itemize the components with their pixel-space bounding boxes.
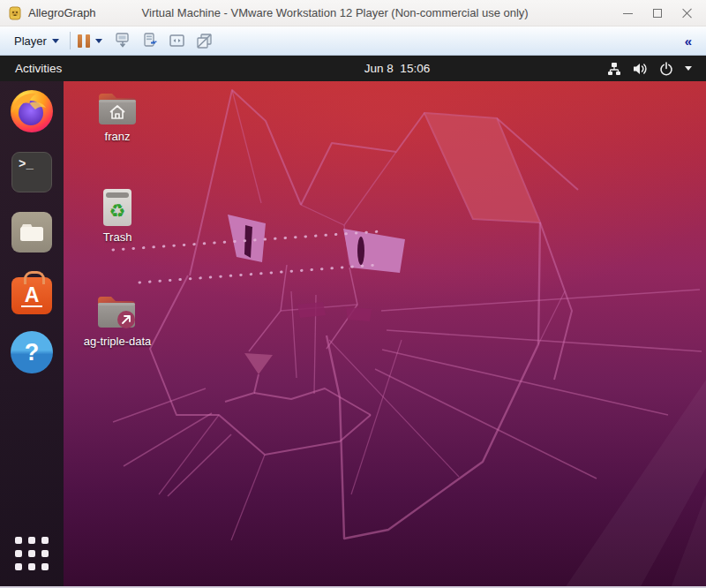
close-icon <box>682 8 693 19</box>
ctrl-alt-del-icon <box>114 32 131 49</box>
volume-icon <box>633 62 648 76</box>
close-button[interactable] <box>672 0 702 26</box>
allegrograph-logo-icon <box>8 6 22 20</box>
desktop-icon-trash[interactable]: ♻ Trash <box>73 187 161 244</box>
suspend-pause-icon <box>78 34 90 48</box>
dock-item-terminal[interactable]: >_ <box>11 152 52 192</box>
folder-glyph-icon <box>19 222 44 242</box>
desktop-icon-franz[interactable]: franz <box>73 88 161 143</box>
desktop-icon-label: ag-triple-data <box>73 335 161 348</box>
suspend-chevron-down-icon <box>95 39 102 43</box>
gnome-top-bar: Activities Jun 8 15:06 <box>0 56 706 81</box>
desktop-icon-ag-triple-data[interactable]: ag-triple-data <box>73 291 161 348</box>
collapse-toolbar-button[interactable]: « <box>680 32 697 50</box>
dock: >_ A ? <box>0 81 64 586</box>
vmware-player-window: AllegroGraph Virtual Machine - VMware Wo… <box>0 0 706 588</box>
menu-caret-icon <box>685 66 692 71</box>
desktop-icon-label: Trash <box>73 230 161 244</box>
help-question-glyph: ? <box>25 339 40 366</box>
window-titlebar: AllegroGraph Virtual Machine - VMware Wo… <box>0 0 706 26</box>
show-applications-button[interactable] <box>15 537 49 570</box>
folder-shortcut-icon <box>95 291 139 332</box>
virtual-devices-button[interactable] <box>139 29 161 52</box>
clock-button[interactable]: Jun 8 15:06 <box>364 62 430 75</box>
vmware-toolbar: Player <box>0 26 706 56</box>
suspend-button[interactable] <box>78 34 102 48</box>
activities-button[interactable]: Activities <box>0 56 77 81</box>
guest-screen: Activities Jun 8 15:06 <box>0 56 706 588</box>
dock-item-firefox[interactable] <box>9 88 55 138</box>
toolbar-separator <box>70 32 71 49</box>
minimize-button[interactable] <box>612 0 642 26</box>
terminal-prompt-glyph: >_ <box>19 157 34 171</box>
player-menu-button[interactable]: Player <box>7 31 66 51</box>
vm-tab[interactable]: AllegroGraph <box>0 0 105 26</box>
desktop-icon-label: franz <box>73 130 161 143</box>
unity-mode-icon <box>195 32 214 49</box>
ctrl-alt-del-button[interactable] <box>111 29 134 52</box>
ubuntu-software-icon: A <box>11 277 52 314</box>
maximize-icon <box>653 9 662 18</box>
maximize-button[interactable] <box>642 0 672 26</box>
help-icon: ? <box>11 331 53 373</box>
window-title: Virtual Machine - VMware Workstation 12 … <box>142 6 529 19</box>
fullscreen-button[interactable] <box>166 29 189 52</box>
dock-item-files[interactable] <box>11 212 52 253</box>
fullscreen-icon <box>168 32 186 49</box>
dock-item-help[interactable]: ? <box>11 331 53 373</box>
vm-tab-title: AllegroGraph <box>28 6 96 19</box>
home-folder-icon <box>96 88 139 127</box>
files-icon <box>11 212 52 253</box>
chevron-down-icon <box>52 39 59 43</box>
power-icon <box>659 62 673 76</box>
network-icon <box>607 62 621 76</box>
terminal-icon: >_ <box>11 152 52 192</box>
minimize-icon <box>623 13 633 14</box>
recycle-glyph: ♻ <box>109 201 126 220</box>
virtual-devices-icon <box>141 32 159 49</box>
system-tray-menu[interactable] <box>600 56 699 81</box>
dock-item-ubuntu-software[interactable]: A <box>11 272 52 314</box>
software-a-glyph: A <box>21 284 43 307</box>
unity-mode-button[interactable] <box>193 29 216 52</box>
player-menu-label: Player <box>14 34 47 48</box>
firefox-icon <box>9 88 55 134</box>
